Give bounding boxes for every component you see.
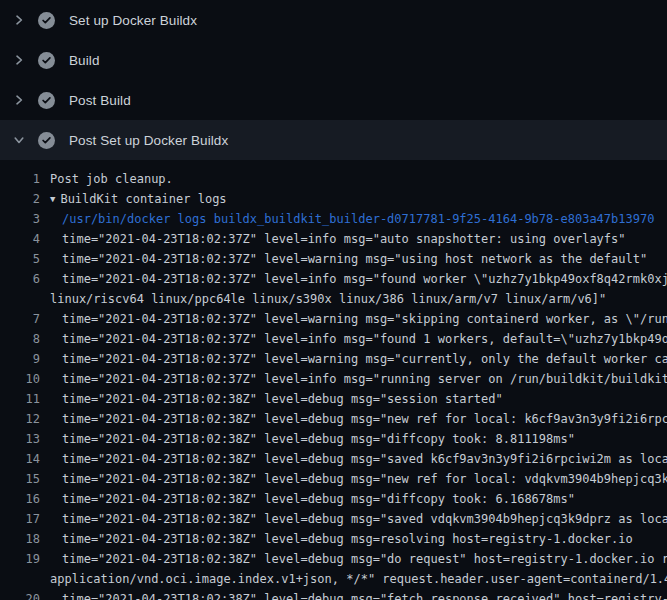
log-line: 14 time="2021-04-23T18:02:38Z" level=deb… [0,449,667,469]
step-header-set-up-docker-buildx[interactable]: Set up Docker Buildx [0,0,667,40]
log-line-number[interactable]: 3 [0,209,40,229]
log-line-text: time="2021-04-23T18:02:38Z" level=debug … [62,432,575,446]
log-line-content: ▼BuildKit container logs [50,189,227,209]
log-line-text: time="2021-04-23T18:02:38Z" level=debug … [62,492,575,506]
log-line-text: time="2021-04-23T18:02:37Z" level=warnin… [62,352,667,366]
log-line-number[interactable]: 11 [0,389,40,409]
log-line: 17 time="2021-04-23T18:02:38Z" level=deb… [0,509,667,529]
log-line-number[interactable]: 14 [0,449,40,469]
log-line-number[interactable] [0,569,40,589]
check-circle-icon [38,12,55,29]
log-line-text: time="2021-04-23T18:02:38Z" level=debug … [62,472,667,486]
log-line: 18 time="2021-04-23T18:02:38Z" level=deb… [0,529,667,549]
log-line-number[interactable]: 4 [0,229,40,249]
log-line-number[interactable]: 10 [0,369,40,389]
log-line: 19 time="2021-04-23T18:02:38Z" level=deb… [0,549,667,569]
chevron-right-icon [12,53,26,67]
step-header-post-build[interactable]: Post Build [0,80,667,120]
log-line-content: time="2021-04-23T18:02:37Z" level=warnin… [62,309,667,329]
check-circle-icon [38,92,55,109]
steps-list: Set up Docker Buildx Build [0,0,667,600]
log-line-content: time="2021-04-23T18:02:37Z" level=warnin… [62,349,667,369]
log-line: 8 time="2021-04-23T18:02:37Z" level=info… [0,329,667,349]
log-line: 4 time="2021-04-23T18:02:37Z" level=info… [0,229,667,249]
log-line: 10 time="2021-04-23T18:02:37Z" level=inf… [0,369,667,389]
log-line: 11 time="2021-04-23T18:02:38Z" level=deb… [0,389,667,409]
log-line-text: time="2021-04-23T18:02:37Z" level=info m… [62,372,667,386]
log-line-text: time="2021-04-23T18:02:38Z" level=debug … [62,392,503,406]
log-line: 12 time="2021-04-23T18:02:38Z" level=deb… [0,409,667,429]
log-line-content: time="2021-04-23T18:02:37Z" level=warnin… [62,249,647,269]
log-line: 2 ▼BuildKit container logs [0,189,667,209]
log-line: 13 time="2021-04-23T18:02:38Z" level=deb… [0,429,667,449]
chevron-right-icon [12,93,26,107]
step-title: Post Build [69,93,131,108]
log-line-number[interactable]: 15 [0,469,40,489]
log-area: 1 Post job cleanup. 2 ▼BuildKit containe… [0,160,667,600]
log-line-number[interactable]: 18 [0,529,40,549]
log-line-content: application/vnd.oci.image.index.v1+json,… [50,569,667,589]
log-line: 16 time="2021-04-23T18:02:38Z" level=deb… [0,489,667,509]
log-line: 6 time="2021-04-23T18:02:37Z" level=info… [0,269,667,289]
log-line-number[interactable]: 5 [0,249,40,269]
collapse-triangle-icon[interactable]: ▼ [50,194,55,204]
check-circle-icon [38,132,55,149]
log-line-number[interactable]: 16 [0,489,40,509]
log-line-content: time="2021-04-23T18:02:38Z" level=debug … [62,549,667,569]
step-title: Set up Docker Buildx [69,13,197,28]
log-line: 20 time="2021-04-23T18:02:38Z" level=deb… [0,589,667,600]
log-line-text: time="2021-04-23T18:02:38Z" level=debug … [62,532,633,546]
log-line-content: time="2021-04-23T18:02:38Z" level=debug … [62,489,575,509]
log-line-text: /usr/bin/docker logs buildx_buildkit_bui… [62,212,654,226]
log-line-content: time="2021-04-23T18:02:37Z" level=info m… [62,269,667,289]
log-line: 5 time="2021-04-23T18:02:37Z" level=warn… [0,249,667,269]
log-line-text: time="2021-04-23T18:02:38Z" level=debug … [62,552,667,566]
log-line-text: time="2021-04-23T18:02:38Z" level=debug … [62,512,667,526]
log-line-number[interactable]: 12 [0,409,40,429]
log-line-content: time="2021-04-23T18:02:38Z" level=debug … [62,509,667,529]
log-line-number[interactable]: 13 [0,429,40,449]
log-line-number[interactable]: 9 [0,349,40,369]
log-line-number[interactable]: 1 [0,169,40,189]
log-line-number[interactable]: 17 [0,509,40,529]
log-line-number[interactable]: 7 [0,309,40,329]
step-title: Build [69,53,100,68]
log-line: 1 Post job cleanup. [0,169,667,189]
log-line: 9 time="2021-04-23T18:02:37Z" level=warn… [0,349,667,369]
log-line-text: Post job cleanup. [50,172,173,186]
log-line-content: /usr/bin/docker logs buildx_buildkit_bui… [62,209,654,229]
check-circle-icon [38,52,55,69]
log-line: 7 time="2021-04-23T18:02:37Z" level=warn… [0,309,667,329]
log-line-content: time="2021-04-23T18:02:37Z" level=info m… [62,369,667,389]
log-line-text: time="2021-04-23T18:02:37Z" level=warnin… [62,252,647,266]
step-header-build[interactable]: Build [0,40,667,80]
log-line-number[interactable]: 20 [0,589,40,600]
log-line: linux/riscv64 linux/ppc64le linux/s390x … [0,289,667,309]
log-line-content: Post job cleanup. [50,169,173,189]
log-line-content: time="2021-04-23T18:02:37Z" level=info m… [62,329,667,349]
log-line-content: time="2021-04-23T18:02:38Z" level=debug … [62,389,503,409]
log-line-text: time="2021-04-23T18:02:37Z" level=info m… [62,272,667,286]
log-line-number[interactable] [0,289,40,309]
chevron-down-icon [12,133,26,147]
log-line-number[interactable]: 6 [0,269,40,289]
log-line-content: time="2021-04-23T18:02:37Z" level=info m… [62,229,626,249]
step-title: Post Set up Docker Buildx [69,133,228,148]
log-line-content: linux/riscv64 linux/ppc64le linux/s390x … [50,289,606,309]
log-line: 3 /usr/bin/docker logs buildx_buildkit_b… [0,209,667,229]
log-line-content: time="2021-04-23T18:02:38Z" level=debug … [62,429,575,449]
chevron-right-icon [12,13,26,27]
log-line-number[interactable]: 19 [0,549,40,569]
log-line-content: time="2021-04-23T18:02:38Z" level=debug … [62,409,667,429]
log-line-text: time="2021-04-23T18:02:38Z" level=debug … [62,592,667,600]
step-headers-container: Set up Docker Buildx Build [0,0,667,160]
log-line-text: time="2021-04-23T18:02:38Z" level=debug … [62,452,667,466]
log-line-content: time="2021-04-23T18:02:38Z" level=debug … [62,589,667,600]
log-line-number[interactable]: 8 [0,329,40,349]
log-line-content: time="2021-04-23T18:02:38Z" level=debug … [62,449,667,469]
step-header-post-set-up-docker-buildx[interactable]: Post Set up Docker Buildx [0,120,667,160]
log-line-text: time="2021-04-23T18:02:37Z" level=info m… [62,232,626,246]
log-line-text: linux/riscv64 linux/ppc64le linux/s390x … [50,292,606,306]
log-line-number[interactable]: 2 [0,189,40,209]
log-line: application/vnd.oci.image.index.v1+json,… [0,569,667,589]
